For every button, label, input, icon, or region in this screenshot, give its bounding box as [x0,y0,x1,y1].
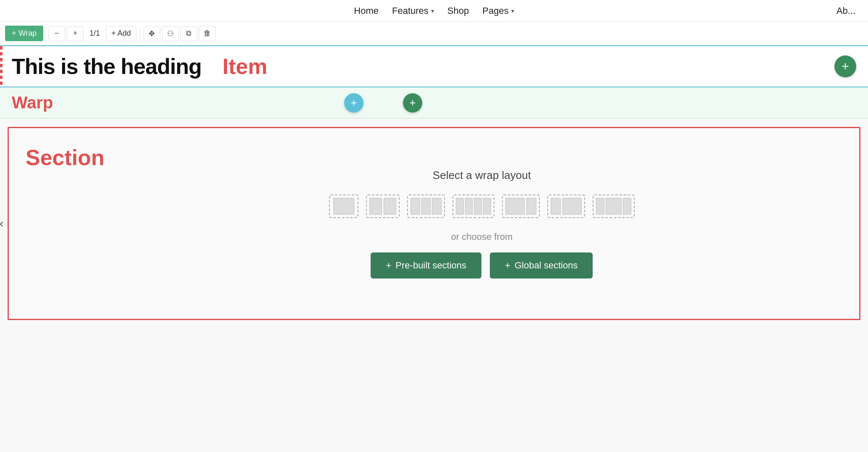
plus-icon: + [350,96,357,109]
layout-2col[interactable] [366,194,400,218]
layout-4col[interactable] [452,194,494,218]
nav-shop-label: Shop [447,5,469,16]
nav-home-label: Home [354,5,379,16]
minus-icon: − [55,29,59,38]
select-wrap-title: Select a wrap layout [433,169,531,182]
add-warp-green-button[interactable]: + [403,93,422,113]
layout-options [329,194,635,218]
section-container: ‹ Section Select a wrap layout [8,127,860,320]
counter-display: 1/1 [85,29,104,38]
plus-icon: + [73,29,78,38]
item-label: Item [222,54,267,79]
separator [140,28,140,39]
nav-home[interactable]: Home [354,5,379,16]
plus-icon: + [386,260,391,271]
wrap-label: Wrap [19,29,37,38]
prebuilt-sections-button[interactable]: + Pre-built sections [371,252,481,279]
section-content: Select a wrap layout [105,128,859,319]
layout-1col[interactable] [329,194,358,218]
nav-right-label: Ab... [837,5,855,16]
warp-label: Warp [12,93,53,112]
nav-bar: Home Features ▾ Shop Pages ▾ Ab... [0,0,868,22]
global-sections-button[interactable]: + Global sections [490,252,593,279]
add-button[interactable]: + Add [106,26,136,41]
plus-icon: + [12,29,16,38]
heading-text: This is the heading [12,54,201,79]
chevron-down-icon: ▾ [431,8,434,14]
nav-pages[interactable]: Pages ▾ [482,5,514,16]
toolbar: + Wrap − + 1/1 + Add ✥ ⚇ ⧉ 🗑 [0,22,868,45]
add-warp-blue-button[interactable]: + [344,93,363,113]
add-column-button[interactable]: + [834,55,856,77]
nav-pages-label: Pages [482,5,508,16]
layout-1-2col[interactable] [547,194,585,218]
or-choose-label: or choose from [451,231,513,242]
link-button[interactable]: ⚇ [162,26,179,41]
layout-3col[interactable] [407,194,445,218]
layout-2-1col[interactable] [502,194,540,218]
copy-icon: ⧉ [186,29,191,38]
nav-shop[interactable]: Shop [447,5,469,16]
chevron-down-icon: ▾ [511,8,514,14]
canvas: This is the heading Item + Warp + + ‹ Se… [0,45,868,452]
plus-icon: + [842,59,849,74]
wrap-button[interactable]: + Wrap [5,26,43,41]
section-label: Section [9,128,105,170]
add-label: Add [118,29,131,38]
plus-icon: + [505,260,510,271]
move-button[interactable]: ✥ [144,26,160,41]
nav-features-label: Features [392,5,429,16]
global-sections-label: Global sections [515,260,578,271]
heading-row: This is the heading Item + [0,45,868,87]
copy-button[interactable]: ⧉ [180,26,197,41]
increase-button[interactable]: + [67,26,84,41]
trash-icon: 🗑 [204,29,211,38]
layout-1-2-1col[interactable] [593,194,635,218]
decrease-button[interactable]: − [48,26,65,41]
section-buttons: + Pre-built sections + Global sections [371,252,593,279]
left-arrow-icon[interactable]: ‹ [0,217,3,230]
link-icon: ⚇ [167,29,174,38]
warp-row: Warp + + [0,87,868,118]
move-icon: ✥ [149,29,155,38]
nav-features[interactable]: Features ▾ [392,5,434,16]
plus-icon: + [111,29,116,38]
prebuilt-sections-label: Pre-built sections [395,260,466,271]
delete-button[interactable]: 🗑 [199,26,216,41]
left-border-decoration [0,46,3,87]
plus-icon: + [409,96,416,109]
